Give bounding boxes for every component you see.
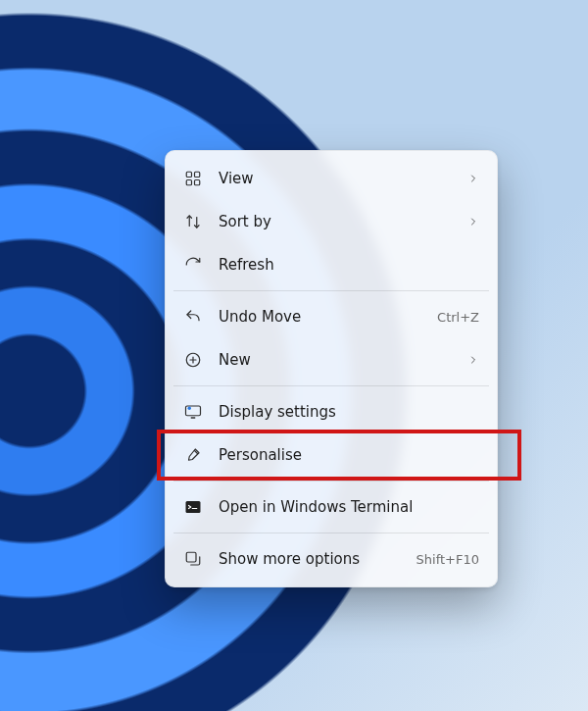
menu-item-label: Personalise <box>219 446 479 464</box>
menu-item-accelerator: Ctrl+Z <box>437 310 479 325</box>
menu-divider <box>173 385 489 386</box>
grid-icon <box>183 169 203 188</box>
svg-rect-3 <box>195 180 200 185</box>
more-icon <box>183 549 203 569</box>
chevron-right-icon <box>467 216 479 228</box>
display-icon <box>183 402 203 422</box>
svg-rect-2 <box>186 180 191 185</box>
menu-divider <box>173 290 489 291</box>
sort-icon <box>183 212 203 231</box>
menu-item-new[interactable]: New <box>172 338 491 381</box>
menu-item-label: New <box>219 351 460 369</box>
menu-item-more-options[interactable]: Show more optionsShift+F10 <box>172 537 491 581</box>
menu-item-view[interactable]: View <box>172 157 491 200</box>
menu-item-label: View <box>219 170 460 187</box>
new-icon <box>183 350 203 370</box>
menu-item-undo-move[interactable]: Undo MoveCtrl+Z <box>172 295 491 338</box>
chevron-right-icon <box>467 173 479 184</box>
menu-divider <box>173 533 489 533</box>
svg-rect-9 <box>186 552 196 562</box>
desktop-wallpaper[interactable]: ViewSort byRefreshUndo MoveCtrl+ZNewDisp… <box>0 0 588 711</box>
refresh-icon <box>183 255 203 275</box>
menu-item-sort-by[interactable]: Sort by <box>172 200 491 243</box>
terminal-icon <box>183 497 203 517</box>
menu-item-label: Open in Windows Terminal <box>219 498 479 516</box>
svg-rect-0 <box>186 172 191 177</box>
menu-item-personalise[interactable]: Personalise <box>172 433 491 477</box>
desktop-context-menu: ViewSort byRefreshUndo MoveCtrl+ZNewDisp… <box>165 150 498 587</box>
svg-point-7 <box>188 407 191 410</box>
undo-icon <box>183 307 203 327</box>
paintbrush-icon <box>183 445 203 465</box>
menu-item-terminal[interactable]: Open in Windows Terminal <box>172 485 491 529</box>
svg-rect-6 <box>191 417 196 419</box>
svg-rect-8 <box>186 501 201 513</box>
menu-item-display[interactable]: Display settings <box>172 390 491 433</box>
menu-item-label: Display settings <box>219 403 479 421</box>
svg-rect-1 <box>195 172 200 177</box>
chevron-right-icon <box>467 354 479 366</box>
menu-item-label: Undo Move <box>219 308 429 326</box>
menu-item-label: Show more options <box>219 550 409 568</box>
menu-divider <box>173 481 489 482</box>
menu-item-refresh[interactable]: Refresh <box>172 243 491 286</box>
menu-item-label: Sort by <box>219 213 460 230</box>
menu-item-label: Refresh <box>219 256 479 274</box>
menu-item-accelerator: Shift+F10 <box>416 552 479 567</box>
